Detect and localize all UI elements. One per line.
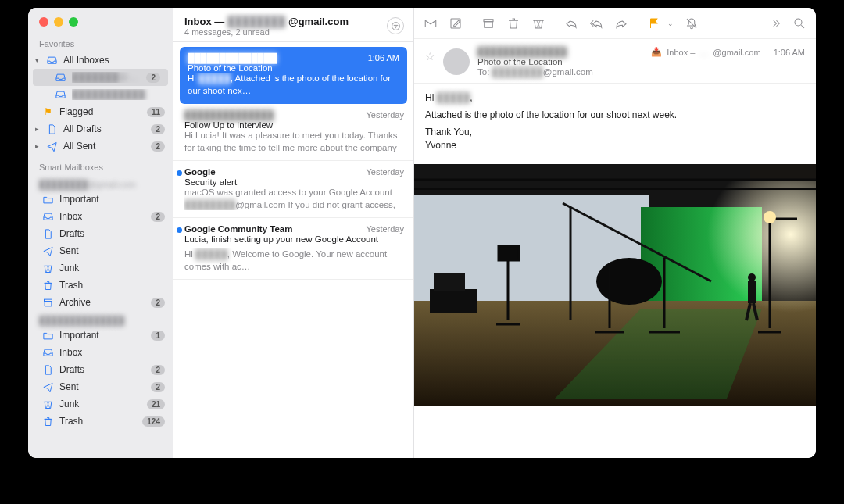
svg-rect-33	[748, 281, 756, 303]
sidebar-item-important-2[interactable]: Important1	[28, 327, 173, 344]
sidebar-item-all-inboxes[interactable]: ▾ All Inboxes	[28, 52, 173, 69]
svg-rect-27	[499, 246, 519, 260]
sidebar-item-flagged[interactable]: ⚑ Flagged 11	[28, 103, 173, 120]
inbox-icon	[46, 55, 58, 66]
mute-icon[interactable]	[685, 16, 699, 30]
count-badge: 2	[151, 124, 165, 134]
message-sender: Google	[184, 167, 216, 177]
count-badge: 124	[142, 416, 165, 427]
sidebar-item-account-1[interactable]: ███████@g… 2	[33, 69, 168, 86]
folder-icon	[42, 194, 54, 205]
paper-plane-icon	[42, 245, 54, 256]
folder-icon	[42, 330, 54, 341]
mailbox-title: Inbox — ████████ @gmail.com	[184, 16, 381, 27]
paper-plane-icon	[46, 141, 58, 152]
sidebar-item-archive[interactable]: Archive2	[28, 294, 173, 311]
message-list-item[interactable]: Google Yesterday Security alert macOS wa…	[173, 161, 413, 218]
delete-icon[interactable]	[506, 16, 520, 30]
sidebar-item-label: Trash	[59, 416, 137, 427]
reply-icon[interactable]	[564, 16, 578, 30]
message-subject: Lucia, finish setting up your new Google…	[184, 234, 404, 244]
sidebar-item-junk-2[interactable]: Junk21	[28, 395, 173, 413]
flag-icon[interactable]	[647, 16, 661, 30]
archive-icon	[42, 297, 54, 308]
inbox-icon	[42, 347, 54, 358]
header-meta: 📥 Inbox – …@gmail.com 1:06 AM	[651, 47, 805, 57]
count-badge: 1	[151, 331, 165, 341]
inbox-icon	[55, 89, 66, 100]
chevron-right-icon[interactable]: ▸	[33, 142, 41, 150]
sidebar-item-label: Important	[59, 194, 165, 205]
trash-icon	[42, 416, 54, 427]
account-header-2[interactable]: ██████████████	[28, 311, 173, 327]
mark-read-icon[interactable]	[424, 16, 438, 30]
chevron-down-icon[interactable]: ▾	[33, 56, 41, 64]
sidebar-item-account-2[interactable]: ███████████	[28, 86, 173, 103]
svg-point-20	[596, 258, 662, 305]
svg-point-31	[764, 211, 776, 223]
sidebar-item-label: Inbox	[59, 211, 145, 222]
sidebar: Favorites ▾ All Inboxes ███████@g… 2 ███…	[28, 8, 173, 458]
more-toolbar-icon[interactable]	[771, 16, 785, 30]
message-time: Yesterday	[366, 224, 404, 234]
inbox-icon	[55, 72, 66, 83]
sidebar-item-label: All Inboxes	[63, 55, 165, 66]
minimize-window-button[interactable]	[54, 17, 63, 27]
message-time: Yesterday	[366, 110, 404, 120]
archive-icon[interactable]	[481, 16, 495, 30]
favorites-section-label: Favorites	[28, 31, 173, 52]
sidebar-item-label: Trash	[59, 280, 165, 291]
sidebar-item-trash-2[interactable]: Trash124	[28, 413, 173, 430]
sidebar-item-trash[interactable]: Trash	[28, 277, 173, 294]
svg-rect-37	[434, 273, 465, 291]
document-icon	[42, 228, 54, 239]
close-window-button[interactable]	[39, 17, 48, 27]
sidebar-item-drafts-2[interactable]: Drafts2	[28, 361, 173, 378]
message-preview: Hi █████, Attached is the photo of the l…	[188, 73, 399, 96]
desktop: Favorites ▾ All Inboxes ███████@g… 2 ███…	[0, 0, 844, 504]
sidebar-item-sent-2[interactable]: Sent2	[28, 378, 173, 395]
flag-menu-chevron-icon[interactable]: ⌄	[667, 20, 674, 27]
toolbar: ⌄	[414, 8, 816, 39]
mailbox-subtitle: 4 messages, 2 unread	[184, 27, 381, 37]
sidebar-item-label: Drafts	[59, 228, 165, 239]
document-icon	[46, 123, 58, 134]
message-subject: Photo of the Location	[188, 63, 399, 73]
forward-icon[interactable]	[614, 16, 628, 30]
sidebar-item-important[interactable]: Important	[28, 191, 173, 208]
header-time: 1:06 AM	[774, 48, 805, 57]
sidebar-item-all-drafts[interactable]: ▸ All Drafts 2	[28, 120, 173, 138]
account-header-1[interactable]: ████████@gmail.com	[28, 175, 173, 191]
chevron-right-icon[interactable]: ▸	[33, 125, 41, 133]
sidebar-item-all-sent[interactable]: ▸ All Sent 2	[28, 138, 173, 155]
message-list-item[interactable]: Google Community Team Yesterday Lucia, f…	[173, 218, 413, 280]
star-icon[interactable]: ☆	[425, 50, 435, 77]
message-list-header: Inbox — ████████ @gmail.com 4 messages, …	[173, 8, 413, 42]
svg-rect-2	[425, 20, 436, 27]
reply-all-icon[interactable]	[589, 16, 603, 30]
svg-rect-36	[430, 289, 477, 313]
count-badge: 2	[151, 141, 165, 152]
compose-icon[interactable]	[449, 16, 463, 30]
reading-pane: ⌄ ☆ ██████████████ Photo of the Location…	[414, 8, 816, 458]
message-time: Yesterday	[366, 167, 404, 177]
sidebar-item-drafts[interactable]: Drafts	[28, 225, 173, 242]
junk-icon[interactable]	[531, 16, 545, 30]
message-list-item[interactable]: ██████████████ Yesterday Follow Up to In…	[173, 104, 413, 161]
zoom-window-button[interactable]	[69, 17, 78, 27]
sidebar-item-label: Junk	[59, 263, 165, 273]
sidebar-item-inbox-2[interactable]: Inbox	[28, 344, 173, 361]
count-badge: 2	[151, 298, 165, 308]
search-icon[interactable]	[792, 16, 806, 30]
filter-button[interactable]	[387, 17, 404, 34]
sidebar-item-label: ███████@g…	[72, 72, 141, 83]
sidebar-item-junk[interactable]: Junk	[28, 259, 173, 277]
window-controls	[28, 8, 173, 31]
sidebar-item-label: Flagged	[59, 106, 141, 117]
message-preview: Hi █████, Welcome to Google. Your new ac…	[184, 248, 404, 272]
sidebar-item-sent[interactable]: Sent	[28, 242, 173, 259]
sidebar-item-inbox[interactable]: Inbox2	[28, 208, 173, 225]
message-list-item[interactable]: ██████████████ 1:06 AM Photo of the Loca…	[180, 47, 407, 104]
message-sender: ██████████████	[184, 110, 274, 120]
unread-dot-icon	[177, 170, 182, 176]
